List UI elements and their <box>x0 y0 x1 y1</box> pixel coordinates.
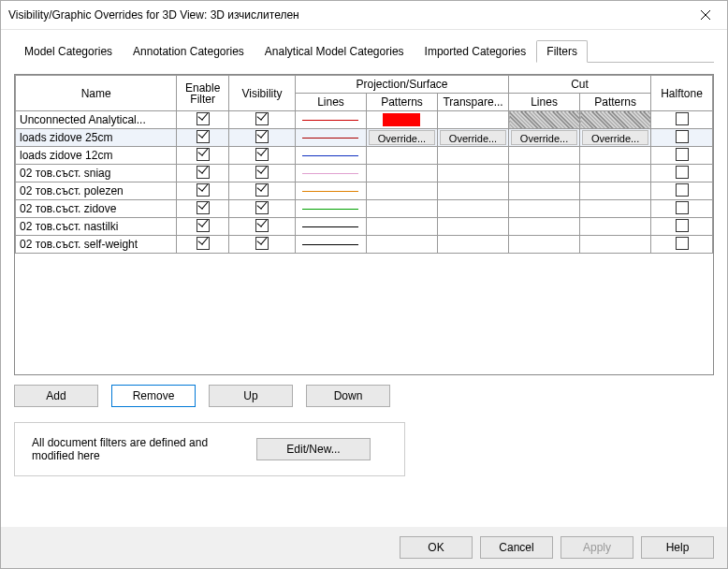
cell-proj-lines[interactable] <box>295 236 366 254</box>
cell-proj-lines[interactable] <box>295 111 366 129</box>
cell-halftone[interactable] <box>651 218 713 236</box>
filters-grid[interactable]: Name Enable Filter Visibility Projection… <box>14 74 714 375</box>
cell-cut-patterns[interactable] <box>580 165 651 182</box>
cell-cut-lines[interactable] <box>509 111 580 129</box>
cell-enable[interactable] <box>177 129 229 147</box>
col-proj-patterns[interactable]: Patterns <box>366 94 437 111</box>
col-cut-patterns[interactable]: Patterns <box>580 94 651 111</box>
cell-visibility[interactable] <box>229 182 296 200</box>
col-proj-transparency[interactable]: Transpare... <box>438 94 509 111</box>
cell-halftone[interactable] <box>651 165 713 182</box>
cell-cut-lines[interactable] <box>509 165 580 182</box>
cell-cut-patterns[interactable] <box>580 182 651 200</box>
checkbox-icon[interactable] <box>197 148 210 161</box>
override-button[interactable]: Override... <box>369 130 435 145</box>
cell-halftone[interactable] <box>651 236 713 254</box>
checkbox-icon[interactable] <box>676 183 689 197</box>
cell-proj-transp[interactable] <box>438 111 509 129</box>
table-row[interactable]: 02 тов.съст. nastilki <box>16 218 713 236</box>
checkbox-icon[interactable] <box>676 166 689 179</box>
cell-proj-patterns[interactable] <box>366 111 437 129</box>
checkbox-icon[interactable] <box>197 130 210 143</box>
ok-button[interactable]: OK <box>400 536 473 559</box>
cell-proj-transp[interactable] <box>438 236 509 254</box>
cell-cut-lines[interactable] <box>509 147 580 165</box>
cell-proj-transp[interactable] <box>438 218 509 236</box>
cell-enable[interactable] <box>177 165 229 182</box>
add-button[interactable]: Add <box>14 385 98 407</box>
cell-proj-transp[interactable] <box>438 200 509 218</box>
checkbox-icon[interactable] <box>197 166 210 179</box>
cell-proj-patterns[interactable] <box>366 218 437 236</box>
col-cut[interactable]: Cut <box>509 76 651 94</box>
cell-proj-lines[interactable] <box>295 165 366 182</box>
col-cut-lines[interactable]: Lines <box>509 94 580 111</box>
cell-name[interactable]: 02 тов.съст. nastilki <box>16 218 177 236</box>
col-halftone[interactable]: Halftone <box>651 76 713 111</box>
cell-name[interactable]: loads zidove 12cm <box>16 147 177 165</box>
cell-proj-patterns[interactable] <box>366 147 437 165</box>
table-row[interactable]: Unconnected Analytical... <box>16 111 713 129</box>
col-visibility[interactable]: Visibility <box>229 76 296 111</box>
tab-model-categories[interactable]: Model Categories <box>14 40 123 63</box>
cell-proj-patterns[interactable] <box>366 165 437 182</box>
cell-enable[interactable] <box>177 182 229 200</box>
table-row[interactable]: loads zidove 12cm <box>16 147 713 165</box>
cell-cut-lines[interactable] <box>509 236 580 254</box>
override-button[interactable]: Override... <box>582 130 648 145</box>
checkbox-icon[interactable] <box>255 130 269 143</box>
checkbox-icon[interactable] <box>197 219 210 232</box>
checkbox-icon[interactable] <box>255 219 269 232</box>
checkbox-icon[interactable] <box>255 166 269 179</box>
cell-cut-patterns[interactable] <box>580 200 651 218</box>
cell-visibility[interactable] <box>229 111 296 129</box>
table-row[interactable]: 02 тов.съст. sniag <box>16 165 713 182</box>
cell-cut-patterns[interactable] <box>580 147 651 165</box>
cell-cut-lines[interactable] <box>509 218 580 236</box>
cell-proj-patterns[interactable] <box>366 182 437 200</box>
cell-enable[interactable] <box>177 218 229 236</box>
cell-visibility[interactable] <box>229 129 296 147</box>
cell-visibility[interactable] <box>229 165 296 182</box>
checkbox-icon[interactable] <box>255 201 269 214</box>
cell-proj-transp[interactable] <box>438 182 509 200</box>
cell-name[interactable]: 02 тов.съст. zidove <box>16 200 177 218</box>
tab-imported-categories[interactable]: Imported Categories <box>415 40 537 63</box>
tab-filters[interactable]: Filters <box>536 40 588 63</box>
checkbox-icon[interactable] <box>197 201 210 214</box>
cell-proj-patterns[interactable] <box>366 200 437 218</box>
cell-name[interactable]: 02 тов.съст. polezen <box>16 182 177 200</box>
cell-cut-lines[interactable]: Override... <box>509 129 580 147</box>
cell-name[interactable]: 02 тов.съст. sniag <box>16 165 177 182</box>
cell-cut-patterns[interactable] <box>580 111 651 129</box>
table-row[interactable]: 02 тов.съст. zidove <box>16 200 713 218</box>
tab-analytical-model-categories[interactable]: Analytical Model Categories <box>255 40 415 63</box>
checkbox-icon[interactable] <box>197 237 210 250</box>
cell-halftone[interactable] <box>651 129 713 147</box>
up-button[interactable]: Up <box>209 385 293 407</box>
checkbox-icon[interactable] <box>676 237 689 250</box>
cell-proj-lines[interactable] <box>295 147 366 165</box>
checkbox-icon[interactable] <box>255 112 269 125</box>
cell-halftone[interactable] <box>651 182 713 200</box>
cell-cut-patterns[interactable]: Override... <box>580 129 651 147</box>
cell-visibility[interactable] <box>229 218 296 236</box>
cell-proj-patterns[interactable]: Override... <box>366 129 437 147</box>
cell-cut-lines[interactable] <box>509 182 580 200</box>
table-row[interactable]: loads zidove 25cmOverride...Override...O… <box>16 129 713 147</box>
checkbox-icon[interactable] <box>255 237 269 250</box>
override-button[interactable]: Override... <box>440 130 506 145</box>
cell-enable[interactable] <box>177 111 229 129</box>
cell-proj-transp[interactable] <box>438 165 509 182</box>
cell-visibility[interactable] <box>229 200 296 218</box>
cell-proj-lines[interactable] <box>295 182 366 200</box>
tab-annotation-categories[interactable]: Annotation Categories <box>123 40 255 63</box>
edit-new-button[interactable]: Edit/New... <box>256 438 371 460</box>
down-button[interactable]: Down <box>306 385 390 407</box>
checkbox-icon[interactable] <box>197 112 210 125</box>
cell-enable[interactable] <box>177 147 229 165</box>
col-proj-lines[interactable]: Lines <box>295 94 366 111</box>
checkbox-icon[interactable] <box>255 183 269 197</box>
checkbox-icon[interactable] <box>255 148 269 161</box>
checkbox-icon[interactable] <box>676 201 689 214</box>
